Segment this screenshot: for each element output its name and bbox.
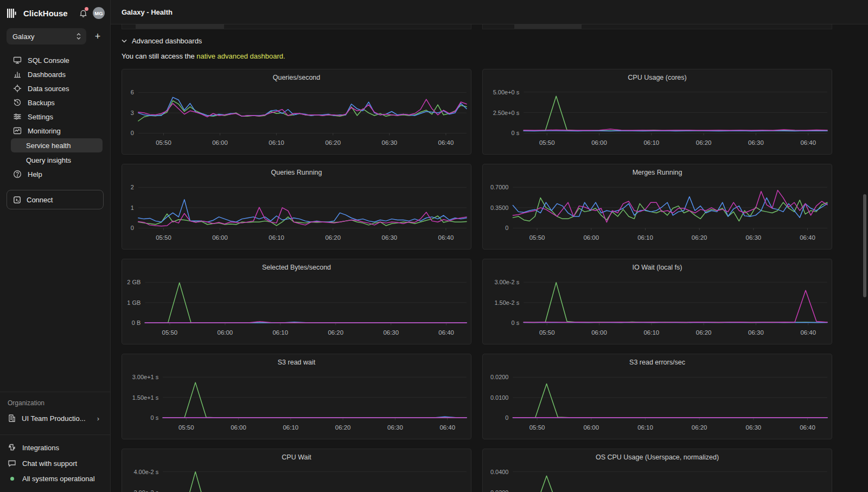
svg-text:2.00e-2 s: 2.00e-2 s [133, 489, 158, 492]
svg-text:06:30: 06:30 [748, 139, 764, 146]
chart-canvas: 00.35000.700005:5006:0006:1006:2006:3006… [483, 164, 832, 249]
chart-card[interactable]: OS CPU Usage (Userspace, normalized) 00.… [482, 449, 832, 492]
sidebar-item-monitoring[interactable]: Monitoring [0, 124, 110, 138]
sidebar-item-chat-support[interactable]: Chat with support [8, 459, 103, 468]
sidebar-item-label: Monitoring [28, 127, 61, 135]
sidebar-item-backups[interactable]: Backups [0, 95, 110, 110]
sidebar-nav: SQL Console Dashboards Data sources Back… [0, 47, 110, 209]
svg-text:06:40: 06:40 [439, 424, 455, 431]
chart-card[interactable]: Queries Running 01205:5006:0006:1006:200… [122, 164, 471, 250]
sidebar-item-help[interactable]: Help [0, 167, 110, 181]
svg-text:0: 0 [505, 414, 508, 421]
sidebar-item-label: SQL Console [28, 56, 69, 65]
main-area: Galaxy - Health Advanced dashboards You … [111, 0, 868, 492]
system-status[interactable]: All systems operational [8, 475, 103, 483]
remnant-skeleton [514, 24, 582, 29]
svg-text:06:20: 06:20 [692, 234, 707, 241]
chart-canvas: 0 B1 GB2 GB05:5006:0006:1006:2006:3006:4… [122, 259, 471, 344]
chart-canvas: 03605:5006:0006:1006:2006:3006:40 [122, 69, 471, 154]
native-dashboard-link[interactable]: native advanced dashboard. [196, 52, 285, 60]
svg-text:06:00: 06:00 [583, 424, 599, 431]
chart-card[interactable]: IO Wait (local fs) 0 s1.50e-2 s3.00e-2 s… [482, 259, 832, 344]
svg-text:06:20: 06:20 [328, 329, 343, 336]
clickhouse-logo-icon [7, 9, 18, 18]
svg-text:0 s: 0 s [512, 320, 520, 326]
sidebar-item-query-insights[interactable]: Query insights [0, 153, 110, 167]
add-service-button[interactable]: + [92, 30, 104, 42]
sidebar-item-label: Query insights [26, 156, 71, 164]
svg-text:06:20: 06:20 [335, 424, 351, 431]
svg-text:06:00: 06:00 [231, 424, 246, 431]
workspace-row: Galaxy + [0, 23, 110, 47]
bar-chart-icon [13, 70, 22, 79]
sidebar-bottom: Organization UI Team Productio... › Inte… [0, 392, 110, 492]
svg-text:2.50e+0 s: 2.50e+0 s [493, 110, 520, 116]
chart-card[interactable]: Merges Running 00.35000.700005:5006:0006… [482, 164, 832, 250]
svg-text:0 B: 0 B [132, 320, 141, 326]
sidebar-footer: Integrations Chat with support All syste… [0, 435, 110, 492]
monitoring-icon [13, 126, 22, 135]
vertical-scrollbar-thumb[interactable] [863, 194, 866, 297]
svg-text:06:30: 06:30 [748, 329, 764, 336]
svg-text:06:00: 06:00 [212, 234, 228, 241]
svg-text:5.00e+0 s: 5.00e+0 s [493, 89, 520, 95]
svg-text:06:10: 06:10 [269, 234, 284, 241]
chart-canvas: 01205:5006:0006:1006:2006:3006:40 [122, 164, 471, 249]
data-sources-icon [13, 84, 22, 93]
svg-text:06:10: 06:10 [272, 329, 288, 336]
svg-text:0 s: 0 s [151, 414, 159, 421]
svg-text:06:20: 06:20 [692, 424, 707, 431]
svg-text:05:50: 05:50 [529, 424, 545, 431]
organization-switcher[interactable]: UI Team Productio... › [8, 414, 104, 423]
sidebar-item-service-health[interactable]: Service health [11, 138, 103, 152]
sidebar-item-settings[interactable]: Settings [0, 110, 110, 124]
chart-card[interactable]: S3 read wait 0 s1.50e+1 s3.00e+1 s05:500… [122, 354, 471, 439]
notification-dot [85, 7, 88, 11]
sidebar-item-label: Service health [26, 142, 71, 150]
sidebar-item-sql-console[interactable]: SQL Console [0, 53, 110, 67]
sidebar-item-integrations[interactable]: Integrations [8, 443, 103, 452]
organization-name: UI Team Productio... [22, 414, 86, 423]
svg-text:0.0200: 0.0200 [490, 489, 509, 492]
sidebar-item-dashboards[interactable]: Dashboards [0, 67, 110, 81]
connect-icon [13, 196, 21, 204]
service-selector[interactable]: Galaxy [7, 28, 86, 44]
monitor-icon [13, 56, 22, 65]
svg-text:06:00: 06:00 [583, 234, 599, 241]
sidebar: ClickHouse MG Galaxy + SQL Console [0, 0, 111, 492]
avatar[interactable]: MG [93, 7, 105, 19]
connect-button-label: Connect [27, 196, 53, 204]
organization-section: Organization UI Team Productio... › [0, 392, 110, 429]
svg-text:0.7000: 0.7000 [490, 184, 509, 190]
svg-text:0 s: 0 s [512, 130, 520, 136]
chart-card[interactable]: CPU Wait 0 s2.00e-2 s4.00e-2 s05:5006:00… [122, 449, 471, 492]
chart-card[interactable]: Queries/second 03605:5006:0006:1006:2006… [122, 69, 471, 155]
chart-card[interactable]: S3 read errors/sec 00.01000.020005:5006:… [482, 354, 832, 439]
notifications-bell-icon[interactable] [78, 8, 88, 18]
chart-card[interactable]: Selected Bytes/second 0 B1 GB2 GB05:5006… [122, 259, 471, 344]
chart-canvas: 0 s2.50e+0 s5.00e+0 s05:5006:0006:1006:2… [483, 69, 832, 154]
svg-text:05:50: 05:50 [529, 234, 545, 241]
svg-text:2: 2 [131, 184, 134, 190]
notice-text: You can still access the [122, 52, 196, 60]
chart-card[interactable]: CPU Usage (cores) 0 s2.50e+0 s5.00e+0 s0… [482, 69, 832, 155]
svg-text:06:40: 06:40 [800, 139, 816, 146]
service-selector-value: Galaxy [12, 33, 34, 41]
svg-text:0: 0 [131, 225, 134, 231]
brand-name: ClickHouse [23, 9, 73, 18]
status-ok-dot [10, 477, 14, 481]
svg-text:06:10: 06:10 [644, 139, 660, 146]
advanced-dashboards-toggle[interactable]: Advanced dashboards [122, 37, 868, 45]
charts-grid: Queries/second 03605:5006:0006:1006:2006… [122, 69, 832, 492]
svg-text:1 GB: 1 GB [127, 299, 141, 306]
sidebar-item-data-sources[interactable]: Data sources [0, 81, 110, 95]
svg-text:06:10: 06:10 [637, 234, 653, 241]
chart-canvas: 0 s1.50e-2 s3.00e-2 s05:5006:0006:1006:2… [483, 259, 832, 344]
svg-text:06:30: 06:30 [746, 424, 762, 431]
svg-text:0.0400: 0.0400 [490, 469, 509, 475]
svg-text:0: 0 [131, 130, 134, 136]
svg-text:05:50: 05:50 [539, 329, 555, 336]
svg-text:1.50e-2 s: 1.50e-2 s [494, 299, 519, 306]
svg-text:0.0200: 0.0200 [490, 374, 509, 380]
connect-button[interactable]: Connect [7, 190, 104, 209]
